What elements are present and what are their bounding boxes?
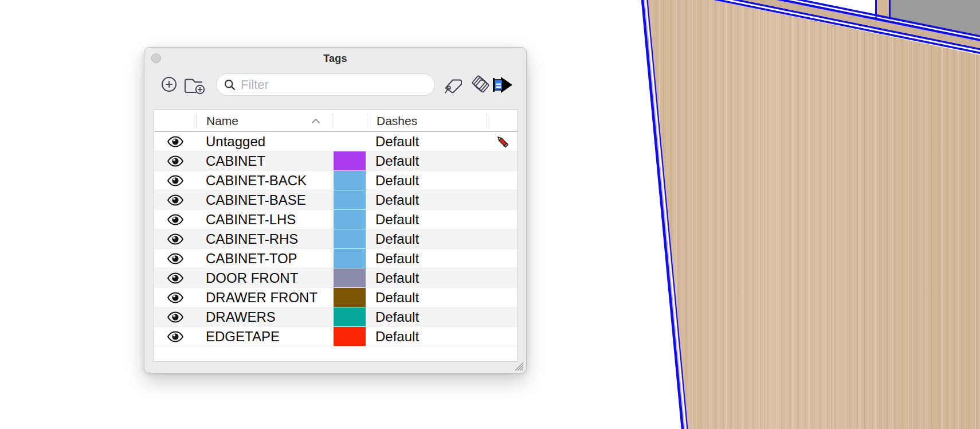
visibility-toggle[interactable] — [154, 190, 196, 209]
visibility-toggle[interactable] — [154, 151, 196, 170]
tag-color-cell[interactable] — [332, 132, 367, 151]
eye-icon — [167, 194, 184, 206]
active-tag-cell — [487, 210, 518, 229]
eye-icon — [167, 233, 184, 245]
tag-dashes[interactable]: Default — [367, 151, 487, 170]
visibility-toggle[interactable] — [154, 210, 196, 229]
tag-dashes[interactable]: Default — [367, 171, 487, 190]
visibility-toggle[interactable] — [154, 132, 196, 151]
tag-name[interactable]: CABINET-BASE — [196, 190, 332, 209]
tag-name[interactable]: DRAWERS — [196, 307, 332, 326]
folder-plus-icon — [183, 77, 207, 95]
filter-field — [216, 73, 435, 96]
tag-rows: Untagged Default CABINET — [154, 132, 518, 361]
tag-name[interactable]: CABINET-RHS — [196, 229, 332, 248]
column-header-dashes[interactable]: Dashes — [377, 110, 417, 132]
tag-color-cell[interactable] — [332, 190, 367, 209]
tag-name[interactable]: CABINET — [196, 151, 332, 170]
active-tag-cell — [487, 327, 518, 346]
toolbar — [144, 71, 526, 98]
active-tag-cell — [487, 171, 518, 190]
table-row: CABINET Default — [154, 151, 518, 171]
add-tag-folder-button[interactable] — [183, 77, 207, 95]
active-tag-cell — [487, 132, 518, 151]
active-tag-cell — [487, 288, 518, 307]
tag-color-swatch — [334, 268, 366, 287]
tag-dashes[interactable]: Default — [367, 210, 487, 229]
table-row: DRAWER FRONT Default — [154, 288, 518, 307]
tag-pen-icon — [441, 75, 465, 96]
eye-icon — [167, 331, 184, 342]
column-header-name[interactable]: Name — [206, 110, 238, 132]
tag-color-swatch — [334, 151, 366, 170]
select-tags-button[interactable] — [468, 75, 492, 96]
visibility-toggle[interactable] — [154, 229, 196, 248]
visibility-toggle[interactable] — [154, 307, 196, 326]
tag-dashes[interactable]: Default — [367, 190, 487, 209]
tag-color-swatch — [334, 307, 366, 326]
tag-color-swatch — [334, 190, 366, 209]
tag-dashes[interactable]: Default — [367, 249, 487, 268]
active-tag-cell — [487, 268, 518, 287]
tag-dashes[interactable]: Default — [367, 288, 487, 307]
tag-color-cell[interactable] — [332, 171, 367, 190]
titlebar[interactable]: Tags — [144, 48, 526, 68]
tag-color-swatch — [334, 327, 366, 346]
active-tag-cell — [487, 151, 518, 170]
resize-handle[interactable] — [513, 360, 524, 371]
stacked-tags-icon — [468, 75, 492, 96]
active-tag-cell — [487, 249, 518, 268]
eye-icon — [167, 253, 184, 264]
tag-name[interactable]: DOOR FRONT — [196, 268, 332, 287]
tag-color-cell[interactable] — [332, 210, 367, 229]
table-row: CABINET-BASE Default — [154, 190, 518, 210]
eye-icon — [167, 272, 184, 284]
tag-color-swatch — [334, 229, 366, 248]
tag-table: Name Dashes Untagged Default — [154, 110, 518, 362]
search-icon — [224, 79, 236, 91]
table-row: CABINET-LHS Default — [154, 210, 518, 229]
column-divider — [367, 114, 367, 128]
tag-color-cell[interactable] — [332, 229, 367, 248]
column-divider — [332, 114, 332, 128]
edit-tag-button[interactable] — [441, 75, 465, 96]
tag-color-cell[interactable] — [332, 249, 367, 268]
tag-dashes[interactable]: Default — [367, 268, 487, 287]
tag-name[interactable]: EDGETAPE — [196, 327, 332, 346]
tag-color-cell[interactable] — [332, 288, 367, 307]
tags-window: Tags — [144, 47, 527, 373]
eye-icon — [167, 136, 184, 147]
active-tag-cell — [487, 229, 518, 248]
filter-input[interactable] — [241, 77, 434, 92]
tag-dashes[interactable]: Default — [367, 307, 487, 326]
details-button[interactable] — [492, 75, 513, 95]
tag-name[interactable]: DRAWER FRONT — [196, 288, 332, 307]
tag-name[interactable]: CABINET-TOP — [196, 249, 332, 268]
tag-color-cell[interactable] — [332, 151, 367, 170]
eye-icon — [167, 214, 184, 225]
tag-color-cell[interactable] — [332, 307, 367, 326]
visibility-toggle[interactable] — [154, 249, 196, 268]
tag-dashes[interactable]: Default — [367, 229, 487, 248]
tag-dashes[interactable]: Default — [367, 327, 487, 346]
tag-name[interactable]: CABINET-LHS — [196, 210, 332, 229]
tag-dashes[interactable]: Default — [367, 132, 487, 151]
eye-icon — [167, 311, 184, 323]
tag-color-swatch — [334, 171, 366, 190]
plus-circle-icon — [161, 76, 177, 92]
visibility-toggle[interactable] — [154, 171, 196, 190]
tag-name[interactable]: Untagged — [196, 132, 332, 151]
column-divider — [487, 114, 487, 128]
visibility-toggle[interactable] — [154, 327, 196, 346]
tag-color-cell[interactable] — [332, 327, 367, 346]
tag-name[interactable]: CABINET-BACK — [196, 171, 332, 190]
visibility-toggle[interactable] — [154, 268, 196, 287]
window-title: Tags — [144, 53, 526, 65]
add-tag-button[interactable] — [161, 76, 177, 92]
active-tag-cell — [487, 307, 518, 326]
table-row: CABINET-BACK Default — [154, 171, 518, 190]
eye-icon — [167, 155, 184, 167]
visibility-toggle[interactable] — [154, 288, 196, 307]
tag-color-cell[interactable] — [332, 268, 367, 287]
tag-color-swatch — [334, 249, 366, 268]
